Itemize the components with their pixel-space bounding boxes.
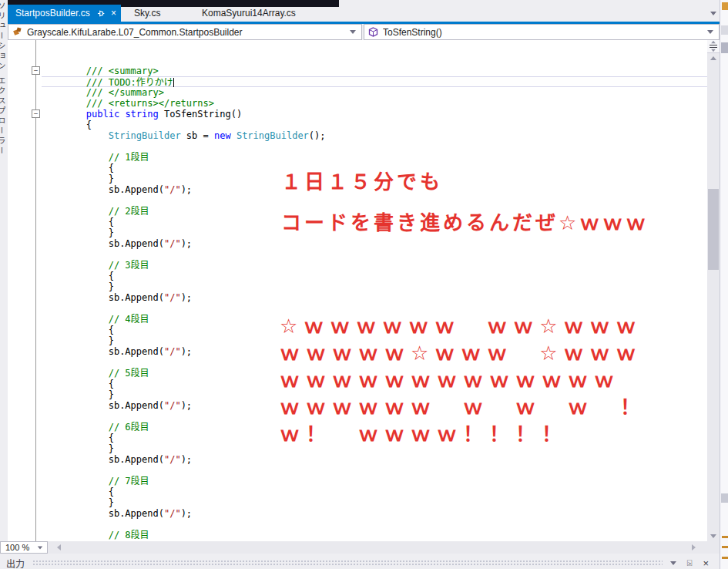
code-line: // 8段目	[42, 530, 707, 540]
annotation-line: ｗｗｗｗｗ☆ｗｗｗ ☆ｗｗｗ	[280, 340, 646, 367]
scroll-up-icon[interactable]	[710, 56, 716, 60]
document-tab-bar: StartposBuilder.cs × Sky.cs KomaSyurui14…	[8, 0, 720, 22]
zoom-value: 100 %	[1, 543, 37, 552]
output-pin-icon[interactable]: ⍄	[687, 558, 693, 568]
annotation-line: １日１５分でも	[281, 162, 649, 203]
tab-komasyurui[interactable]: KomaSyurui14Array.cs	[191, 5, 307, 22]
navigation-bar: Grayscale.KifuLarabe.L07_Common.Startpos…	[8, 24, 720, 40]
code-line: sb.Append("/");	[42, 508, 707, 519]
annotation-text-w-block: ☆ｗｗｗｗｗｗ ｗｗ☆ｗｗｗｗｗｗｗｗ☆ｗｗｗ ☆ｗｗｗｗｗｗｗｗｗｗｗｗｗｗｗ…	[280, 313, 646, 448]
code-line: {	[42, 487, 707, 497]
clipped-panel-fragment	[722, 557, 728, 559]
chevron-down-icon	[350, 30, 356, 34]
code-line: // 3段目	[42, 260, 707, 271]
clipped-panel-fragment	[721, 493, 728, 503]
annotation-line: コードを書き進めるんだぜ☆ｗｗｗ	[281, 203, 649, 244]
editor-bottom-row: 100 %	[0, 541, 720, 554]
collapsed-tool-window-label: ソリューション エクスプローラー	[0, 2, 7, 157]
pin-icon[interactable]	[97, 9, 105, 18]
annotation-line: ｗ！ ｗｗｗｗ！！！！	[280, 421, 646, 448]
text-caret	[173, 78, 174, 87]
tab-label: KomaSyurui14Array.cs	[202, 8, 296, 19]
fold-collapse-icon[interactable]: −	[32, 66, 40, 75]
clipped-panel-fragment	[722, 2, 728, 10]
output-chevron-down-icon[interactable]	[670, 561, 676, 565]
code-line: // 7段目	[42, 476, 707, 487]
code-lines: /// <summary> /// TODO:作りかけ /// </summar…	[42, 44, 707, 541]
code-line: }	[42, 281, 707, 292]
tab-label: Sky.cs	[134, 8, 160, 19]
code-line: {	[42, 120, 707, 130]
clipped-panel-fragment	[722, 536, 728, 538]
tab-overflow-chevron-down-icon[interactable]	[710, 12, 716, 15]
code-line	[42, 141, 707, 152]
code-line: }	[42, 497, 707, 508]
clipped-panel-fragment	[722, 546, 728, 548]
chevron-down-icon	[707, 30, 713, 34]
tab-sky[interactable]: Sky.cs	[123, 5, 171, 22]
output-panel-grip	[32, 560, 663, 566]
code-line: // 1段目	[42, 152, 707, 163]
output-panel-title: 出力	[0, 557, 25, 569]
output-close-icon[interactable]: ×	[703, 557, 709, 569]
tab-label: StartposBuilder.cs	[15, 8, 90, 19]
tab-startposbuilder[interactable]: StartposBuilder.cs ×	[8, 5, 121, 22]
scroll-right-icon[interactable]	[692, 544, 696, 550]
code-line	[42, 465, 707, 476]
type-dropdown-value: Grayscale.KifuLarabe.L07_Common.Startpos…	[27, 27, 350, 38]
code-line	[42, 303, 707, 314]
vertical-scrollbar[interactable]	[707, 40, 720, 541]
code-line: /// <returns></returns>	[42, 98, 707, 109]
clipped-panel-fragment	[721, 42, 728, 53]
code-line	[42, 55, 707, 66]
scroll-down-icon[interactable]	[710, 534, 716, 538]
vs-editor-window: ソリューション エクスプローラー StartposBuilder.cs × Sk…	[0, 0, 728, 569]
code-line: /// TODO:作りかけ	[42, 76, 707, 87]
clipped-right-panel	[720, 0, 728, 569]
code-line: sb.Append("/");	[42, 292, 707, 303]
scroll-left-icon[interactable]	[57, 544, 61, 550]
editor-splitter-icon[interactable]	[707, 40, 720, 53]
code-line	[42, 249, 707, 260]
fold-collapse-icon[interactable]: −	[32, 109, 40, 118]
code-line: /// <summary>	[42, 66, 707, 76]
code-line: public string ToSfenString()	[42, 109, 707, 120]
annotation-line: ｗｗｗｗｗｗｗｗｗｗｗｗｗ	[280, 367, 646, 394]
vertical-scrollbar-thumb[interactable]	[708, 189, 719, 270]
code-line: /// </summary>	[42, 87, 707, 98]
output-panel-bar[interactable]: 出力 ⍄ ×	[0, 557, 720, 569]
class-icon	[12, 27, 22, 37]
code-line: sb.Append("/");	[42, 454, 707, 465]
annotation-line: ｗｗｗｗｗｗ ｗ ｗ ｗ ！	[280, 394, 646, 421]
code-editor[interactable]: −− /// <summary> /// TODO:作りかけ /// </sum…	[8, 40, 707, 541]
close-icon[interactable]: ×	[111, 9, 116, 18]
code-line	[42, 519, 707, 530]
zoom-control[interactable]: 100 %	[0, 541, 48, 554]
annotation-line: ☆ｗｗｗｗｗｗ ｗｗ☆ｗｗｗ	[280, 313, 646, 340]
code-line	[42, 44, 707, 55]
chevron-down-icon	[38, 546, 42, 549]
member-dropdown[interactable]: ToSfenString()	[364, 24, 720, 40]
member-dropdown-value: ToSfenString()	[383, 27, 707, 38]
code-line: {	[42, 271, 707, 281]
method-icon	[368, 27, 378, 37]
collapsed-tool-window-strip[interactable]: ソリューション エクスプローラー	[0, 0, 8, 541]
code-line: StringBuilder sb = new StringBuilder();	[42, 130, 707, 141]
annotation-text-intro: １日１５分でもコードを書き進めるんだぜ☆ｗｗｗ	[281, 162, 649, 244]
type-dropdown[interactable]: Grayscale.KifuLarabe.L07_Common.Startpos…	[8, 24, 362, 40]
clipped-panel-fragment	[721, 25, 728, 35]
